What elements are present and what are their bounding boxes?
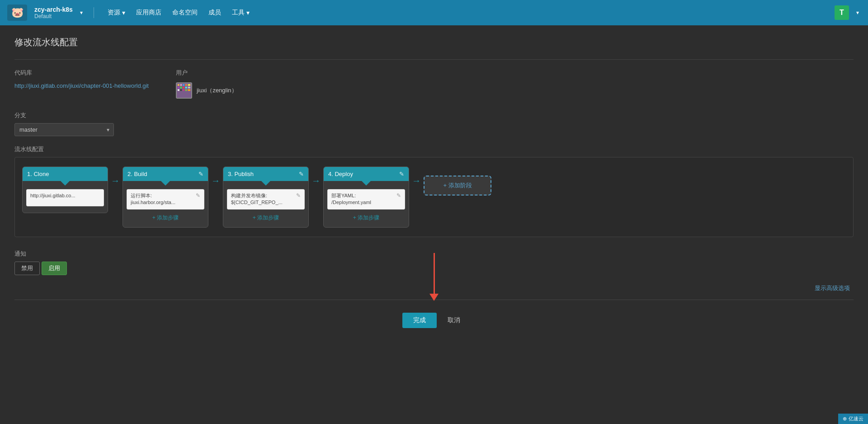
stage-card-publish: 3. Publish ✎ 构建并发布镜像:${CICD_GIT_REPO_...… xyxy=(223,167,309,228)
stage-card-clone: 1. Clone http://jiuxi.gitlab.co... xyxy=(22,167,108,213)
stage-step-deploy-1: 部署YAML:/Deployment.yaml ✎ xyxy=(327,189,405,210)
nav-menu-item-tools[interactable]: 工具 ▾ xyxy=(227,6,254,19)
complete-button[interactable]: 完成 xyxy=(402,313,437,328)
svg-rect-5 xyxy=(188,84,190,86)
branch-label: 分支 xyxy=(14,111,854,119)
step-text-publish-1: 构建并发布镜像:${CICD_GIT_REPO_... xyxy=(231,192,294,206)
stage-pointer-publish xyxy=(261,181,270,186)
stage-step-publish-1: 构建并发布镜像:${CICD_GIT_REPO_... ✎ xyxy=(227,189,305,210)
watermark-icon: ⊕ xyxy=(843,416,847,422)
svg-rect-14 xyxy=(185,89,187,91)
nav-menu: 资源 ▾ 应用商店 命名空间 成员 工具 ▾ xyxy=(103,6,254,19)
title-divider xyxy=(14,59,854,60)
svg-rect-15 xyxy=(188,89,190,91)
branch-select-wrapper: master dev release ▾ xyxy=(14,123,114,136)
step-text-deploy-1: 部署YAML:/Deployment.yaml xyxy=(331,192,395,206)
nav-menu-item-members[interactable]: 成员 xyxy=(204,6,226,19)
pipeline-stages: 1. Clone http://jiuxi.gitlab.co... → 2. … xyxy=(22,167,846,228)
branch-select[interactable]: master dev release xyxy=(14,123,114,136)
avatar-image xyxy=(177,83,191,98)
svg-rect-6 xyxy=(178,87,179,89)
stage-body-deploy: 部署YAML:/Deployment.yaml ✎ + 添加步骤 xyxy=(324,186,409,227)
nav-divider xyxy=(94,7,94,18)
pipeline-section: 流水线配置 1. Clone http://jiuxi.gitlab.co... xyxy=(14,145,854,237)
watermark: ⊕ 亿速云 xyxy=(838,414,868,424)
add-step-button-publish[interactable]: + 添加步骤 xyxy=(227,212,305,224)
stage-header-deploy: 4. Deploy ✎ xyxy=(324,167,409,181)
step-text-build-1: 运行脚本:jiuxi.harbor.org/sta... xyxy=(131,192,194,206)
user-info: jiuxi（zenglin） xyxy=(176,82,237,99)
stage-title-clone: 1. Clone xyxy=(27,171,49,177)
top-navigation: 🐷 zcy-arch-k8s Default ▾ 资源 ▾ 应用商店 命名空间 … xyxy=(0,0,868,25)
nav-menu-item-appstore[interactable]: 应用商店 xyxy=(132,6,166,19)
step-edit-icon-build-1[interactable]: ✎ xyxy=(196,192,200,199)
stage-card-deploy: 4. Deploy ✎ 部署YAML:/Deployment.yaml ✎ + … xyxy=(323,167,409,228)
repo-label: 代码库 xyxy=(14,69,149,77)
svg-rect-1 xyxy=(178,84,179,86)
red-arrow-line xyxy=(434,253,435,294)
stage-header-clone: 1. Clone xyxy=(23,167,108,181)
notification-disable-button[interactable]: 禁用 xyxy=(14,262,40,275)
stage-edit-icon-publish[interactable]: ✎ xyxy=(299,171,304,177)
red-arrow-indicator xyxy=(429,253,439,301)
main-content: 修改流水线配置 代码库 http://jiuxi.gitlab.com/jiux… xyxy=(0,25,868,344)
project-dropdown-button[interactable]: ▾ xyxy=(78,9,85,17)
user-label: 用户 xyxy=(176,69,237,77)
stage-header-build: 2. Build ✎ xyxy=(123,167,208,181)
stage-pointer-clone xyxy=(61,181,70,186)
user-name: jiuxi（zenglin） xyxy=(197,86,237,95)
notification-enable-button[interactable]: 启用 xyxy=(42,262,67,275)
svg-rect-10 xyxy=(188,87,190,89)
stage-body-build: 运行脚本:jiuxi.harbor.org/sta... ✎ + 添加步骤 xyxy=(123,186,208,227)
stage-card-build: 2. Build ✎ 运行脚本:jiuxi.harbor.org/sta... … xyxy=(123,167,208,228)
svg-rect-8 xyxy=(183,87,184,89)
stage-edit-icon-build[interactable]: ✎ xyxy=(198,171,203,177)
watermark-text: 亿速云 xyxy=(849,415,863,422)
page-title: 修改流水线配置 xyxy=(14,36,854,48)
project-name: zcy-arch-k8s xyxy=(34,6,73,13)
user-block: 用户 xyxy=(176,69,237,99)
step-edit-icon-publish-1[interactable]: ✎ xyxy=(296,192,301,199)
cancel-button[interactable]: 取消 xyxy=(442,313,466,328)
stage-arrow-4: → xyxy=(409,176,424,186)
repo-block: 代码库 http://jiuxi.gitlab.com/jiuxi/chapte… xyxy=(14,69,149,99)
stage-title-publish: 3. Publish xyxy=(228,171,254,177)
stage-body-publish: 构建并发布镜像:${CICD_GIT_REPO_... ✎ + 添加步骤 xyxy=(223,186,308,227)
user-dropdown-button[interactable]: ▾ xyxy=(854,9,861,17)
svg-rect-7 xyxy=(180,87,182,89)
user-avatar-button[interactable]: T xyxy=(835,5,849,20)
step-text-clone-1: http://jiuxi.gitlab.co... xyxy=(30,192,100,199)
project-sub: Default xyxy=(34,13,73,19)
svg-rect-4 xyxy=(185,84,187,86)
svg-rect-11 xyxy=(178,89,179,91)
add-step-button-build[interactable]: + 添加步骤 xyxy=(127,212,204,224)
stage-step-clone-1: http://jiuxi.gitlab.co... xyxy=(26,189,104,206)
red-arrow-head xyxy=(429,294,439,301)
stage-title-deploy: 4. Deploy xyxy=(328,171,353,177)
branch-section: 分支 master dev release ▾ xyxy=(14,111,854,136)
project-info: zcy-arch-k8s Default xyxy=(34,6,73,19)
repo-url: http://jiuxi.gitlab.com/jiuxi/chapter-00… xyxy=(14,82,149,89)
stage-header-publish: 3. Publish ✎ xyxy=(223,167,308,181)
app-logo: 🐷 xyxy=(7,5,27,21)
pipeline-scroll-container[interactable]: 1. Clone http://jiuxi.gitlab.co... → 2. … xyxy=(14,157,854,237)
nav-menu-item-namespace[interactable]: 命名空间 xyxy=(168,6,202,19)
stage-step-build-1: 运行脚本:jiuxi.harbor.org/sta... ✎ xyxy=(127,189,204,210)
stage-arrow-1: → xyxy=(108,176,123,186)
stage-arrow-2: → xyxy=(208,176,223,186)
stage-edit-icon-deploy[interactable]: ✎ xyxy=(399,171,404,177)
step-edit-icon-deploy-1[interactable]: ✎ xyxy=(396,192,401,199)
svg-rect-13 xyxy=(183,89,184,91)
nav-menu-item-resources[interactable]: 资源 ▾ xyxy=(103,6,130,19)
svg-rect-3 xyxy=(183,84,184,86)
svg-rect-2 xyxy=(180,84,182,86)
add-step-button-deploy[interactable]: + 添加步骤 xyxy=(327,212,405,224)
bottom-actions: 完成 取消 xyxy=(14,307,854,333)
user-avatar xyxy=(176,82,192,99)
svg-rect-9 xyxy=(185,87,187,89)
stage-arrow-3: → xyxy=(309,176,323,186)
add-stage-button[interactable]: + 添加阶段 xyxy=(424,176,491,195)
svg-rect-12 xyxy=(180,89,182,91)
repo-user-row: 代码库 http://jiuxi.gitlab.com/jiuxi/chapte… xyxy=(14,69,854,99)
stage-pointer-build xyxy=(161,181,170,186)
